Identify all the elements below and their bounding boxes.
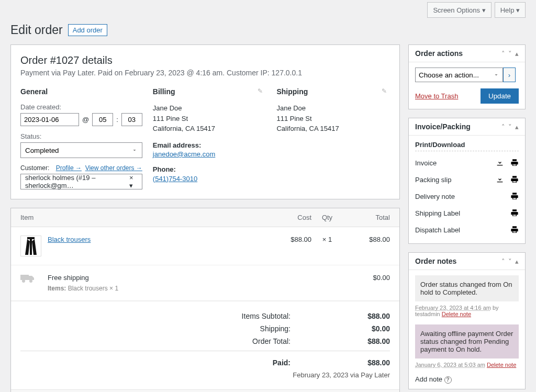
pd-row: Shipping Label [415, 205, 519, 221]
other-orders-link[interactable]: View other orders → [85, 164, 142, 172]
pd-row: Delivery note [415, 188, 519, 205]
svg-rect-0 [20, 275, 29, 280]
customer-label: Customer: [20, 164, 49, 172]
download-icon[interactable] [496, 159, 504, 167]
col-total: Total [343, 214, 390, 221]
delete-note-link[interactable]: Delete note [442, 311, 471, 317]
order-meta: Payment via Pay Later. Paid on February … [20, 69, 390, 77]
product-thumb [20, 236, 41, 256]
info-icon[interactable]: ? [444, 376, 452, 384]
col-item: Item [20, 214, 270, 221]
order-notes-box: Order notes ˄˅▴ Order status changed fro… [408, 252, 526, 389]
profile-link[interactable]: Profile → [56, 164, 82, 172]
page-title: Edit order [10, 23, 63, 37]
hour-input[interactable] [92, 113, 113, 126]
line-item: Black trousers $88.00 × 1 $88.00 [11, 227, 399, 265]
caret-up-icon[interactable]: ▴ [515, 50, 519, 58]
shipping-item: Free shipping Items: Black trousers × 1 … [11, 265, 399, 301]
print-icon[interactable] [510, 159, 519, 167]
pd-row: Packing slip [415, 171, 519, 188]
truck-icon [20, 274, 41, 286]
edit-shipping-icon[interactable]: ✎ [382, 87, 387, 95]
status-label: Status: [20, 132, 142, 140]
run-action-button[interactable]: › [503, 68, 516, 82]
pd-row: Invoice [415, 154, 519, 171]
order-note: Order status changed from On hold to Com… [415, 275, 519, 301]
items-box: Item Cost Qty Total Black trousers $88.0… [10, 208, 400, 392]
shipping-heading: Shipping [276, 87, 390, 96]
general-heading: General [20, 87, 142, 96]
chevron-up-icon[interactable]: ˄ [501, 50, 505, 58]
order-heading: Order #1027 details [20, 54, 390, 66]
pd-row: Dispatch Label [415, 221, 519, 238]
billing-phone-link[interactable]: (541)754-3010 [153, 175, 197, 183]
help-button[interactable]: Help ▾ [495, 2, 526, 18]
add-order-button[interactable]: Add order [68, 24, 107, 36]
order-details-box: Order #1027 details Payment via Pay Late… [10, 44, 400, 199]
product-link[interactable]: Black trousers [48, 236, 91, 243]
date-input[interactable] [20, 113, 79, 126]
col-cost: Cost [270, 214, 311, 221]
status-select[interactable]: Completed [20, 142, 142, 158]
download-icon[interactable] [496, 175, 504, 184]
print-icon[interactable] [510, 175, 519, 184]
invoice-packing-box: Invoice/Packing ˄˅▴ Print/Download Invoi… [408, 118, 526, 244]
move-to-trash-link[interactable]: Move to Trash [415, 92, 458, 100]
date-label: Date created: [20, 103, 142, 111]
order-actions-box: Order actions ˄˅▴ Choose an action...› M… [408, 44, 526, 109]
customer-select[interactable]: sherlock holmes (#19 – sherlock@gm… × ▾ [20, 174, 142, 189]
billing-email-link[interactable]: janedoe@acme.com [153, 150, 215, 158]
col-qty: Qty [311, 214, 343, 221]
svg-point-1 [22, 279, 25, 283]
chevron-down-icon[interactable]: ˅ [508, 50, 512, 58]
billing-heading: Billing [153, 87, 266, 96]
edit-billing-icon[interactable]: ✎ [258, 87, 263, 95]
order-note: Awaiting offline payment Order status ch… [415, 324, 519, 359]
print-icon[interactable] [510, 209, 519, 217]
minute-input[interactable] [121, 113, 142, 126]
update-button[interactable]: Update [481, 88, 519, 104]
svg-point-2 [29, 279, 32, 283]
screen-options-button[interactable]: Screen Options ▾ [427, 2, 491, 18]
delete-note-link[interactable]: Delete note [487, 362, 516, 368]
print-icon[interactable] [510, 192, 519, 200]
order-action-select[interactable]: Choose an action... [415, 68, 503, 82]
print-icon[interactable] [510, 226, 519, 234]
